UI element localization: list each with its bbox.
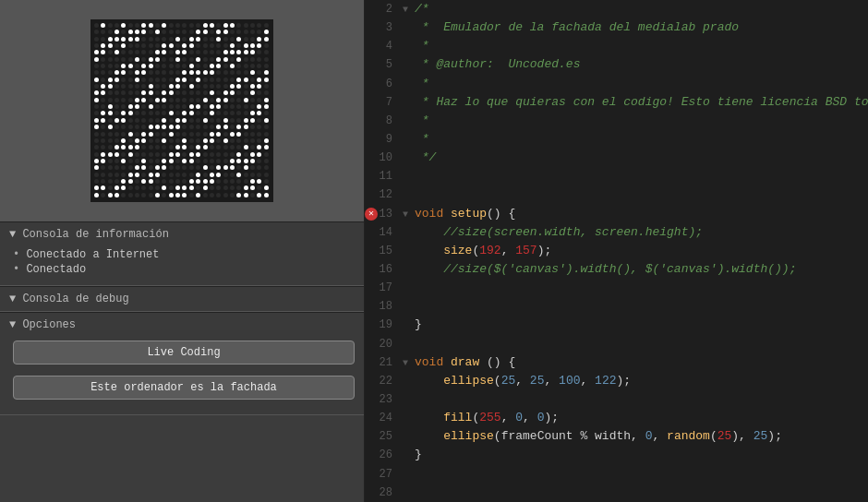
consola-info-item-1: Conectado: [13, 263, 355, 276]
consola-debug-label: ▼ Consola de debug: [9, 293, 129, 305]
code-line[interactable]: 10 */: [365, 149, 868, 167]
line-code: void draw () {: [411, 353, 868, 372]
line-code: [411, 465, 868, 484]
line-code: */: [411, 149, 868, 167]
line-code: void setup() {: [411, 205, 868, 223]
code-line[interactable]: 15 size(192, 157);: [365, 242, 868, 260]
line-number: 10: [365, 149, 400, 167]
line-code: [411, 335, 868, 353]
code-line[interactable]: 26}: [365, 446, 868, 464]
code-line[interactable]: 11: [365, 167, 868, 185]
line-code: fill(255, 0, 0);: [411, 409, 868, 427]
opciones-content: Live Coding Este ordenador es la fachada: [9, 331, 355, 409]
este-ordenador-button[interactable]: Este ordenador es la fachada: [13, 376, 355, 400]
line-number: 7: [365, 94, 400, 112]
opciones-header[interactable]: ▼ Opciones: [9, 318, 355, 331]
line-number: 14: [365, 224, 400, 242]
code-line[interactable]: 21▼void draw () {: [365, 353, 868, 372]
line-code: [411, 484, 868, 502]
line-number: 11: [365, 168, 400, 185]
line-code: *: [411, 37, 868, 55]
line-number: 27: [365, 466, 400, 484]
line-code: }: [411, 316, 868, 334]
error-dot-icon: ✕: [365, 208, 378, 221]
line-number: 12: [365, 186, 400, 204]
line-code: *: [411, 130, 868, 149]
line-number: 25: [365, 428, 400, 446]
opciones-label: ▼ Opciones: [9, 318, 76, 331]
line-code: * Emulador de la fachada del medialab pr…: [411, 18, 868, 37]
line-number: 28: [365, 484, 400, 502]
code-line[interactable]: 3 * Emulador de la fachada del medialab …: [365, 18, 868, 37]
dot-canvas: [90, 19, 273, 202]
code-line[interactable]: 4 *: [365, 37, 868, 55]
opciones-section: ▼ Opciones Live Coding Este ordenador es…: [0, 312, 364, 415]
code-line[interactable]: 27: [365, 465, 868, 484]
consola-info-label: ▼ Consola de información: [9, 228, 169, 241]
line-code: *: [411, 112, 868, 130]
consola-info-item-0: Conectado a Internet: [13, 248, 355, 261]
left-panel: ▼ Consola de información Conectado a Int…: [0, 0, 365, 502]
fold-icon[interactable]: ▼: [400, 208, 411, 222]
line-number: 19: [365, 317, 400, 334]
line-code: //size(screen.width, screen.height);: [411, 223, 868, 242]
line-number: 8: [365, 113, 400, 130]
line-number: 3: [365, 19, 400, 37]
line-number: 2: [365, 1, 400, 18]
code-line[interactable]: 17: [365, 279, 868, 297]
code-line[interactable]: 9 *: [365, 130, 868, 149]
code-line[interactable]: 22 ellipse(25, 25, 100, 122);: [365, 372, 868, 390]
line-number: 9: [365, 131, 400, 149]
code-line[interactable]: 23: [365, 390, 868, 409]
line-code: [411, 185, 868, 204]
fold-icon[interactable]: ▼: [400, 3, 411, 18]
line-number: 22: [365, 373, 400, 390]
line-code: ellipse(frameCount % width, 0, random(25…: [411, 427, 868, 446]
line-code: * @author: Uncoded.es: [411, 55, 868, 74]
line-number: 23: [365, 391, 400, 409]
canvas-area: [0, 0, 364, 221]
code-line[interactable]: 2▼/*: [365, 0, 868, 18]
line-number: 18: [365, 298, 400, 316]
code-line[interactable]: 28: [365, 484, 868, 502]
code-line[interactable]: 8 *: [365, 112, 868, 130]
line-code: [411, 279, 868, 297]
code-line[interactable]: 19}: [365, 316, 868, 334]
code-line[interactable]: 16 //size($('canvas').width(), $('canvas…: [365, 260, 868, 279]
line-code: }: [411, 446, 868, 464]
line-number: 5: [365, 56, 400, 74]
line-number: 6: [365, 76, 400, 93]
code-area: 2▼/*3 * Emulador de la fachada del media…: [365, 0, 868, 502]
consola-info-section: ▼ Consola de información Conectado a Int…: [0, 221, 364, 286]
consola-info-content: Conectado a Internet Conectado: [9, 241, 355, 280]
code-line[interactable]: 24 fill(255, 0, 0);: [365, 409, 868, 427]
line-code: * Haz lo que quieras con el codigo! Esto…: [411, 93, 868, 112]
code-line[interactable]: 5 * @author: Uncoded.es: [365, 55, 868, 74]
line-number: 16: [365, 261, 400, 279]
code-line[interactable]: 14 //size(screen.width, screen.height);: [365, 223, 868, 242]
code-line[interactable]: 25 ellipse(frameCount % width, 0, random…: [365, 427, 868, 446]
consola-debug-section: ▼ Consola de debug: [0, 286, 364, 312]
line-code: [411, 167, 868, 185]
code-line[interactable]: ✕13▼void setup() {: [365, 205, 868, 223]
code-line[interactable]: 7 * Haz lo que quieras con el codigo! Es…: [365, 93, 868, 112]
code-line[interactable]: 18: [365, 297, 868, 316]
code-editor[interactable]: 2▼/*3 * Emulador de la fachada del media…: [365, 0, 868, 502]
line-number: ✕13: [365, 206, 400, 223]
code-line[interactable]: 12: [365, 185, 868, 204]
consola-info-header[interactable]: ▼ Consola de información: [9, 228, 355, 241]
line-code: //size($('canvas').width(), $('canvas').…: [411, 260, 868, 279]
line-number: 17: [365, 280, 400, 297]
fold-icon[interactable]: ▼: [400, 356, 411, 371]
line-number: 4: [365, 38, 400, 55]
code-line[interactable]: 6 *: [365, 75, 868, 93]
code-line[interactable]: 20: [365, 335, 868, 353]
line-code: /*: [411, 0, 868, 18]
live-coding-button[interactable]: Live Coding: [13, 341, 355, 365]
line-number: 24: [365, 410, 400, 427]
line-code: [411, 297, 868, 316]
line-code: [411, 390, 868, 409]
consola-debug-header[interactable]: ▼ Consola de debug: [9, 293, 355, 305]
line-code: size(192, 157);: [411, 242, 868, 260]
line-number: 21: [365, 354, 400, 372]
